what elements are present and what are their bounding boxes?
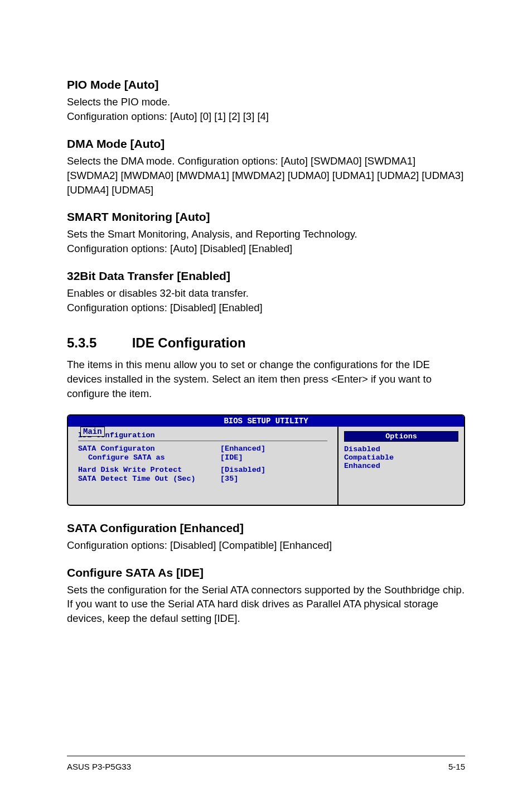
bios-title-bar: BIOS SETUP UTILITY [68,416,464,427]
smart-monitoring-body: Sets the Smart Monitoring, Analysis, and… [67,227,465,256]
bios-option-disabled[interactable]: Disabled [344,445,458,453]
bios-value-sata-timeout: [35] [220,475,238,483]
page-footer: ASUS P3-P5G33 5-15 [67,756,465,771]
smart-line2: Configuration options: [Auto] [Disabled]… [67,243,292,254]
ide-config-section-body: The items in this menu allow you to set … [67,357,465,401]
dma-mode-body: Selects the DMA mode. Configuration opti… [67,154,465,197]
configure-sata-as-heading: Configure SATA As [IDE] [67,566,465,579]
bios-label-sata-timeout: SATA Detect Time Out (Sec) [78,475,220,483]
ide-config-section-num: 5.3.5 [67,335,128,351]
bios-row-sata-timeout[interactable]: SATA Detect Time Out (Sec) [35] [78,475,327,483]
pio-mode-body: Selects the PIO mode. Configuration opti… [67,95,465,124]
bios-window: BIOS SETUP UTILITY Main IDE Configuratio… [67,414,465,506]
sata-config-heading: SATA Configuration [Enhanced] [67,521,465,535]
ide-config-section-title: IDE Configuration [132,335,246,350]
bios-left-panel: IDE Configuration SATA Configuraton [Enh… [68,427,338,505]
pio-mode-line1: Selects the PIO mode. [67,96,170,108]
dt-line1: Enables or disables 32-bit data transfer… [67,287,249,299]
bios-label-sata-config: SATA Configuraton [78,445,220,453]
bios-value-sata-config: [Enhanced] [220,445,265,453]
bios-option-enhanced[interactable]: Enhanced [344,462,458,470]
data-transfer-body: Enables or disables 32-bit data transfer… [67,286,465,315]
dma-mode-heading: DMA Mode [Auto] [67,137,465,151]
bios-row-hd-write-protect[interactable]: Hard Disk Write Protect [Disabled] [78,466,327,474]
bios-row-configure-sata-as[interactable]: Configure SATA as [IDE] [78,453,327,462]
bios-label-hd-write-protect: Hard Disk Write Protect [78,466,220,474]
pio-mode-heading: PIO Mode [Auto] [67,78,465,91]
bios-main-tab[interactable]: Main [80,427,105,437]
bios-ide-header: IDE Configuration [78,431,327,441]
bios-options-header: Options [344,431,458,442]
bios-row-sata-config[interactable]: SATA Configuraton [Enhanced] [78,445,327,453]
bios-value-configure-sata-as: [IDE] [220,453,243,462]
bios-value-hd-write-protect: [Disabled] [220,466,265,474]
configure-sata-as-body: Sets the configuration for the Serial AT… [67,583,465,626]
footer-left: ASUS P3-P5G33 [67,762,131,771]
sata-config-body: Configuration options: [Disabled] [Compa… [67,538,465,553]
data-transfer-heading: 32Bit Data Transfer [Enabled] [67,269,465,283]
smart-monitoring-heading: SMART Monitoring [Auto] [67,210,465,224]
dt-line2: Configuration options: [Disabled] [Enabl… [67,302,263,313]
bios-label-configure-sata-as: Configure SATA as [78,453,220,462]
ide-config-section-heading: 5.3.5 IDE Configuration [67,335,465,351]
footer-right: 5-15 [448,762,465,771]
pio-mode-line2: Configuration options: [Auto] [0] [1] [2… [67,110,269,122]
bios-right-panel: Options Disabled Compatiable Enhanced [338,427,464,505]
smart-line1: Sets the Smart Monitoring, Analysis, and… [67,228,357,240]
bios-body: IDE Configuration SATA Configuraton [Enh… [68,427,464,505]
bios-option-compatible[interactable]: Compatiable [344,453,458,462]
